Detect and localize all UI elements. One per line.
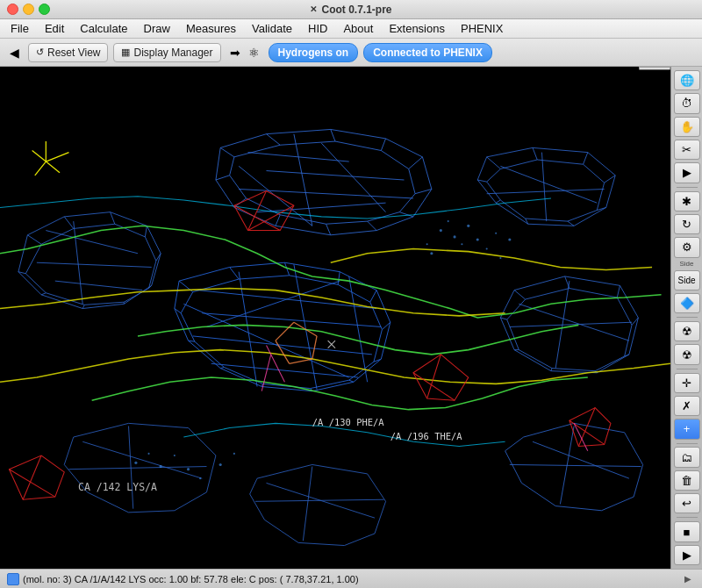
menu-validate[interactable]: Validate [245, 20, 299, 37]
toolbar-separator-2 [677, 317, 698, 318]
side-button[interactable]: Side [674, 270, 700, 290]
plus-button[interactable]: + [674, 419, 700, 439]
arrow-icon[interactable]: ➡ [226, 44, 244, 61]
window-controls[interactable] [7, 4, 50, 15]
cross-button[interactable]: ✛ [674, 373, 700, 393]
svg-point-128 [495, 233, 497, 234]
undo-button[interactable]: ↩ [674, 493, 700, 513]
radiation-button[interactable]: ☢ [674, 321, 700, 341]
display-icon: ▦ [121, 47, 130, 58]
right-toolbar: 🌐 ⏱ ✋ ✂ ▶ ✱ ↻ ⚙ Side Side 🔷 ☢ ☢ ✛ ✗ + 🗂 … [670, 67, 702, 569]
svg-point-134 [160, 465, 162, 468]
window-title: ✕ Coot 0.7.1-pre [310, 4, 391, 16]
display-manager-button[interactable]: ▦ Display Manager [113, 43, 220, 62]
rotate-button[interactable]: ↻ [674, 214, 700, 234]
viewport[interactable]: R/RC Map [0, 67, 670, 569]
menu-draw[interactable]: Draw [137, 20, 177, 37]
svg-point-133 [147, 453, 149, 455]
svg-point-138 [219, 463, 222, 466]
menu-file[interactable]: File [4, 20, 36, 37]
minimize-button[interactable] [23, 4, 34, 15]
trash-button[interactable]: 🗑 [674, 470, 700, 491]
toolbar-separator-4 [677, 443, 698, 444]
play-button[interactable]: ▶ [674, 162, 700, 183]
start-button[interactable]: ▶ [674, 545, 700, 565]
menu-about[interactable]: About [336, 20, 380, 37]
svg-point-136 [187, 468, 190, 470]
toolbar: ◀ ↺ Reset View ▦ Display Manager ➡ ⚛ Hyd… [0, 39, 702, 67]
menu-edit[interactable]: Edit [38, 20, 71, 37]
toolbar-separator-5 [677, 517, 698, 518]
globe-button[interactable]: 🌐 [674, 70, 700, 90]
svg-point-135 [174, 455, 176, 456]
title-bar: ✕ Coot 0.7.1-pre [0, 0, 702, 19]
radiation2-button[interactable]: ☢ [674, 344, 700, 364]
phe-label: /A /130 PHE/A [312, 417, 385, 427]
phenix-button[interactable]: Connected to PHENIX [363, 43, 492, 62]
star-button[interactable]: ✱ [674, 191, 700, 212]
svg-point-121 [453, 235, 455, 238]
menu-extensions[interactable]: Extensions [382, 20, 452, 37]
svg-point-123 [448, 220, 449, 222]
close-button[interactable] [7, 4, 18, 15]
svg-point-132 [134, 462, 137, 464]
hand-button[interactable]: ✋ [674, 117, 700, 137]
back-icon[interactable]: ◀ [5, 44, 23, 61]
menu-calculate[interactable]: Calculate [73, 20, 134, 37]
stop-button[interactable]: ■ [674, 521, 700, 541]
folder-button[interactable]: 🗂 [674, 447, 700, 467]
menu-bar: File Edit Calculate Draw Measures Valida… [0, 19, 702, 39]
title-icon: ✕ [310, 4, 317, 14]
timer-button[interactable]: ⏱ [674, 93, 700, 113]
reset-icon: ↺ [36, 47, 44, 58]
main-layout: R/RC Map [0, 67, 702, 569]
svg-point-127 [430, 252, 433, 255]
svg-point-130 [486, 247, 488, 249]
the-label: /A /196 THE/A [390, 431, 463, 441]
maximize-button[interactable] [39, 4, 50, 15]
scissors-button[interactable]: ✂ [674, 140, 700, 160]
svg-point-131 [499, 257, 501, 259]
hydrogens-button[interactable]: Hydrogens on [269, 43, 359, 62]
gear-button[interactable]: ⚙ [674, 237, 700, 257]
diamond-button[interactable]: 🔷 [674, 293, 700, 313]
molecular-view: CA /142 LYS/A /A /130 PHE/A /A /196 THE/… [0, 67, 670, 569]
svg-point-137 [199, 477, 201, 479]
play-status-button[interactable]: ▶ [681, 572, 695, 586]
svg-point-124 [461, 243, 462, 245]
svg-point-129 [508, 238, 511, 240]
reset-view-button[interactable]: ↺ Reset View [28, 43, 108, 62]
svg-point-125 [476, 238, 479, 240]
toolbar-icons: ➡ ⚛ [226, 44, 263, 61]
svg-point-122 [467, 225, 469, 227]
status-text: (mol. no: 3) CA /1/A/142 LYS occ: 1.00 b… [23, 574, 359, 584]
toolbar-separator-3 [677, 369, 698, 369]
lys-label: CA /142 LYS/A [78, 481, 157, 493]
svg-point-139 [233, 453, 235, 455]
menu-measures[interactable]: Measures [179, 20, 243, 37]
menu-hid[interactable]: HID [301, 20, 334, 37]
molecule-icon[interactable]: ⚛ [246, 44, 263, 61]
x-button[interactable]: ✗ [674, 396, 700, 416]
toolbar-separator-1 [677, 187, 698, 188]
status-bar: (mol. no: 3) CA /1/A/142 LYS occ: 1.00 b… [0, 569, 702, 588]
svg-point-126 [426, 243, 428, 245]
status-indicator [7, 573, 19, 585]
menu-phenix[interactable]: PHENIX [454, 20, 510, 37]
svg-point-120 [440, 229, 442, 232]
side-label: Side [674, 261, 700, 268]
